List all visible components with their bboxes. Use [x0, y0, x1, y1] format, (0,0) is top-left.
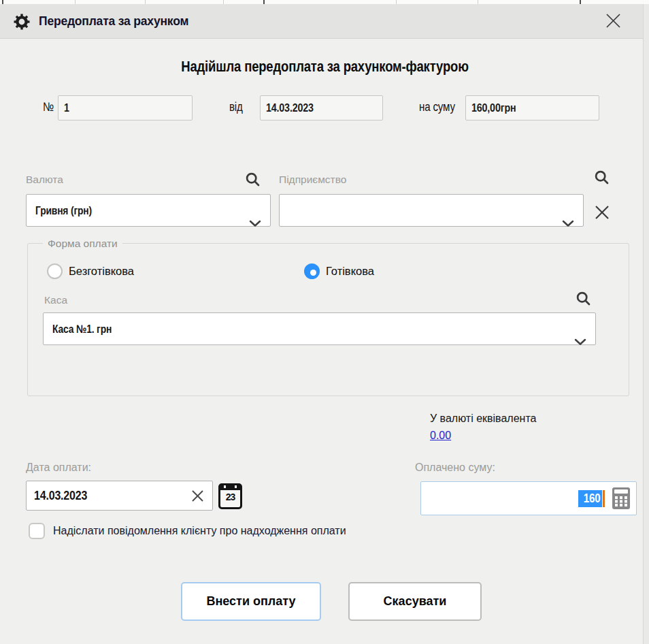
calculator-keys: [615, 496, 618, 499]
checkbox-unchecked-icon: [29, 523, 45, 539]
payment-form-legend: Форма оплати: [43, 238, 122, 250]
enterprise-search-button[interactable]: [593, 169, 610, 186]
calculator-icon[interactable]: [612, 487, 630, 509]
invoice-date-field[interactable]: 14.03.2023: [260, 95, 383, 120]
calendar-ring: [235, 485, 237, 488]
cashbox-label: Каса: [44, 294, 67, 306]
calendar-button[interactable]: 23: [218, 483, 242, 509]
gear-icon: [13, 13, 31, 31]
currency-search-button[interactable]: [244, 171, 261, 188]
paid-amount-value: 160: [583, 492, 600, 506]
radio-selected-icon: [304, 263, 320, 279]
close-button[interactable]: [596, 6, 630, 37]
calendar-ring: [224, 485, 226, 488]
x-clear-icon[interactable]: [190, 488, 205, 504]
chevron-down-icon: [249, 208, 261, 239]
window-edge: [643, 4, 649, 644]
x-clear-icon: [592, 214, 612, 225]
radio-unselected-icon: [47, 263, 63, 279]
invoice-amount-field[interactable]: 160,00грн: [465, 95, 599, 120]
radio-cash-label: Готівкова: [326, 265, 374, 278]
cancel-button[interactable]: Скасувати: [348, 582, 482, 621]
equivalent-label: У валюті еквівалента: [430, 413, 536, 425]
radio-non-cash-label: Безготівкова: [69, 265, 134, 278]
payment-date-label: Дата оплати:: [26, 462, 91, 474]
payment-date-input[interactable]: 14.03.2023: [26, 481, 213, 511]
prepayment-dialog: Передоплата за рахунком Надійшла передоп…: [0, 0, 649, 644]
cashbox-dropdown[interactable]: Каса №1. грн: [43, 312, 596, 345]
notify-checkbox-label: Надіслати повідомлення клієнту про надхо…: [53, 525, 346, 537]
dialog-titlebar: Передоплата за рахунком: [0, 4, 649, 39]
dialog-title: Передоплата за рахунком: [39, 4, 188, 38]
invoice-number-label: №: [43, 100, 56, 114]
paid-amount-label: Оплачено суму:: [415, 462, 495, 474]
close-icon: [604, 12, 622, 32]
invoice-date-label: від: [229, 100, 245, 114]
calendar-day-number: 23: [220, 492, 240, 502]
notify-checkbox[interactable]: Надіслати повідомлення клієнту про надхо…: [29, 523, 346, 539]
enterprise-dropdown[interactable]: [279, 194, 584, 227]
search-icon: [593, 178, 610, 188]
equivalent-amount-link[interactable]: 0.00: [430, 430, 451, 442]
calculator-screen: [614, 489, 628, 494]
enterprise-label: Підприємство: [279, 174, 346, 186]
invoice-amount-label: на суму: [419, 100, 462, 114]
chevron-down-icon: [574, 326, 586, 357]
text-caret: [603, 490, 605, 507]
radio-cash[interactable]: Готівкова: [304, 263, 374, 279]
radio-non-cash[interactable]: Безготівкова: [47, 263, 134, 279]
enterprise-clear-button[interactable]: [592, 202, 612, 223]
submit-payment-button[interactable]: Внести оплату: [181, 582, 321, 621]
dialog-heading: Надійшла передоплата за рахунком-фактуро…: [0, 58, 649, 76]
payment-form-groupbox: Форма оплати Безготівкова Готівкова Каса…: [27, 243, 629, 396]
currency-dropdown[interactable]: Гривня (грн): [26, 194, 271, 227]
search-icon: [575, 299, 592, 309]
chevron-down-icon: [562, 208, 574, 239]
currency-label: Валюта: [26, 174, 63, 186]
invoice-number-field[interactable]: 1: [58, 95, 193, 120]
cashbox-search-button[interactable]: [575, 290, 592, 307]
search-icon: [244, 180, 261, 190]
paid-amount-input[interactable]: 160: [420, 481, 637, 515]
